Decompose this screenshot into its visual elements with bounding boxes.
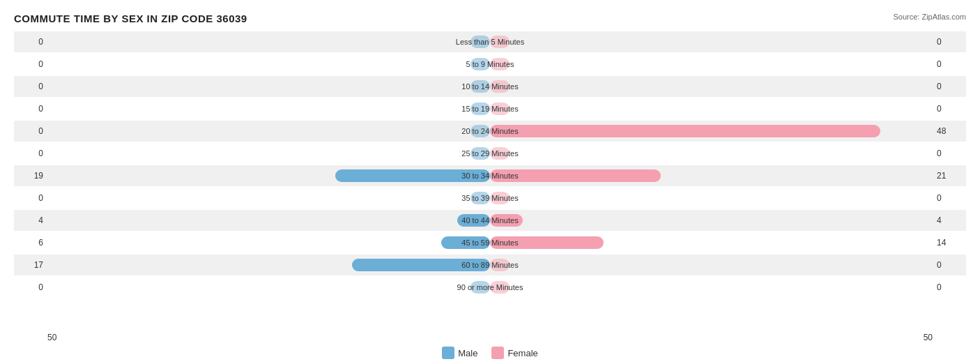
- male-bar: [470, 125, 490, 137]
- male-value: 4: [14, 215, 47, 225]
- male-bar-wrap: [47, 255, 490, 275]
- female-value: 0: [933, 260, 966, 270]
- male-value: 0: [14, 82, 47, 91]
- chart-container: COMMUTE TIME BY SEX IN ZIP CODE 36039 So…: [0, 0, 980, 364]
- legend-male-label: Male: [458, 348, 477, 358]
- female-bar-wrap: [490, 121, 933, 142]
- female-value: 0: [933, 149, 966, 158]
- female-bar-wrap: [490, 31, 933, 52]
- axis-right: 50: [924, 333, 933, 342]
- bar-section: 60 to 89 Minutes: [47, 255, 933, 275]
- female-bar-wrap: [490, 210, 933, 231]
- female-bar: [490, 58, 510, 70]
- female-bar: [490, 259, 510, 271]
- female-value: 0: [933, 282, 966, 292]
- male-bar-wrap: [47, 165, 490, 186]
- female-bar: [490, 192, 510, 204]
- chart-row: 0 5 to 9 Minutes 0: [14, 54, 966, 75]
- female-bar: [490, 214, 523, 227]
- bar-section: 20 to 24 Minutes: [47, 121, 933, 142]
- female-bar-wrap: [490, 232, 933, 253]
- female-bar-wrap: [490, 98, 933, 119]
- chart-row: 4 40 to 44 Minutes 4: [14, 210, 966, 231]
- chart-title: COMMUTE TIME BY SEX IN ZIP CODE 36039: [14, 13, 966, 24]
- male-bar: [470, 58, 490, 70]
- female-bar: [490, 169, 661, 182]
- bar-section: 10 to 14 Minutes: [47, 76, 933, 97]
- female-bar: [490, 147, 510, 160]
- bar-section: 15 to 19 Minutes: [47, 98, 933, 119]
- female-bar-wrap: [490, 54, 933, 75]
- bar-section: 5 to 9 Minutes: [47, 54, 933, 75]
- female-value: 14: [933, 238, 966, 248]
- female-bar: [490, 80, 510, 93]
- male-bar-wrap: [47, 232, 490, 253]
- female-value: 0: [933, 193, 966, 203]
- male-bar: [470, 80, 490, 93]
- female-value: 0: [933, 37, 966, 47]
- bar-section: 45 to 59 Minutes: [47, 232, 933, 253]
- chart-row: 19 30 to 34 Minutes 21: [14, 165, 966, 186]
- female-bar-wrap: [490, 165, 933, 186]
- male-value: 0: [14, 149, 47, 158]
- female-bar: [490, 36, 510, 48]
- male-bar-wrap: [47, 210, 490, 231]
- bar-section: 35 to 39 Minutes: [47, 188, 933, 208]
- chart-row: 6 45 to 59 Minutes 14: [14, 232, 966, 253]
- male-bar-wrap: [47, 54, 490, 75]
- bar-section: 40 to 44 Minutes: [47, 210, 933, 231]
- male-bar-wrap: [47, 121, 490, 142]
- axis-labels: 50 50: [14, 333, 966, 342]
- bar-section: Less than 5 Minutes: [47, 31, 933, 52]
- female-bar-wrap: [490, 143, 933, 164]
- female-value: 48: [933, 126, 966, 136]
- bar-section: 25 to 29 Minutes: [47, 143, 933, 164]
- male-value: 17: [14, 260, 47, 270]
- male-bar: [457, 214, 490, 227]
- chart-area: 0 Less than 5 Minutes 0 0 5 to 9 Minutes…: [14, 31, 966, 331]
- male-value: 0: [14, 193, 47, 203]
- female-bar: [490, 125, 880, 137]
- female-bar: [490, 281, 510, 294]
- bar-section: 90 or more Minutes: [47, 277, 933, 298]
- male-value: 0: [14, 126, 47, 136]
- male-bar-wrap: [47, 31, 490, 52]
- chart-row: 0 90 or more Minutes 0: [14, 277, 966, 298]
- male-value: 0: [14, 59, 47, 69]
- female-value: 21: [933, 171, 966, 181]
- male-bar: [335, 169, 490, 182]
- male-value: 0: [14, 104, 47, 114]
- bar-section: 30 to 34 Minutes: [47, 165, 933, 186]
- male-bar: [352, 259, 490, 271]
- source-text: Source: ZipAtlas.com: [893, 13, 966, 21]
- male-bar: [470, 281, 490, 294]
- chart-row: 17 60 to 89 Minutes 0: [14, 255, 966, 275]
- female-value: 0: [933, 104, 966, 114]
- male-bar-wrap: [47, 188, 490, 208]
- chart-row: 0 15 to 19 Minutes 0: [14, 98, 966, 119]
- female-value: 0: [933, 82, 966, 91]
- male-bar-wrap: [47, 277, 490, 298]
- chart-row: 0 20 to 24 Minutes 48: [14, 121, 966, 142]
- male-bar: [470, 192, 490, 204]
- chart-row: 0 Less than 5 Minutes 0: [14, 31, 966, 52]
- chart-row: 0 25 to 29 Minutes 0: [14, 143, 966, 164]
- male-bar-wrap: [47, 76, 490, 97]
- chart-row: 0 10 to 14 Minutes 0: [14, 76, 966, 97]
- male-value: 19: [14, 171, 47, 181]
- male-bar-wrap: [47, 143, 490, 164]
- female-value: 0: [933, 59, 966, 69]
- female-bar: [490, 236, 604, 249]
- male-value: 0: [14, 282, 47, 292]
- male-bar-wrap: [47, 98, 490, 119]
- legend-male-box: [442, 347, 454, 359]
- legend-male: Male: [442, 347, 477, 359]
- male-value: 6: [14, 238, 47, 248]
- male-bar: [441, 236, 490, 249]
- female-bar: [490, 103, 510, 115]
- chart-row: 0 35 to 39 Minutes 0: [14, 188, 966, 208]
- male-bar: [470, 147, 490, 160]
- legend-female: Female: [491, 347, 537, 359]
- legend-female-label: Female: [507, 348, 537, 358]
- female-bar-wrap: [490, 76, 933, 97]
